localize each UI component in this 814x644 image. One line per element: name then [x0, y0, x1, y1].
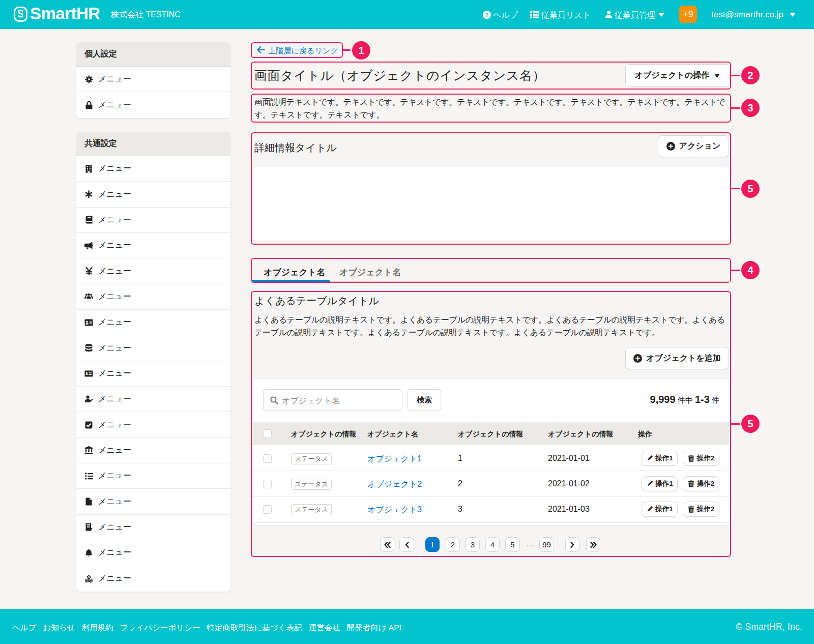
svg-text:$: $: [85, 371, 88, 376]
svg-text:?: ?: [485, 12, 488, 18]
